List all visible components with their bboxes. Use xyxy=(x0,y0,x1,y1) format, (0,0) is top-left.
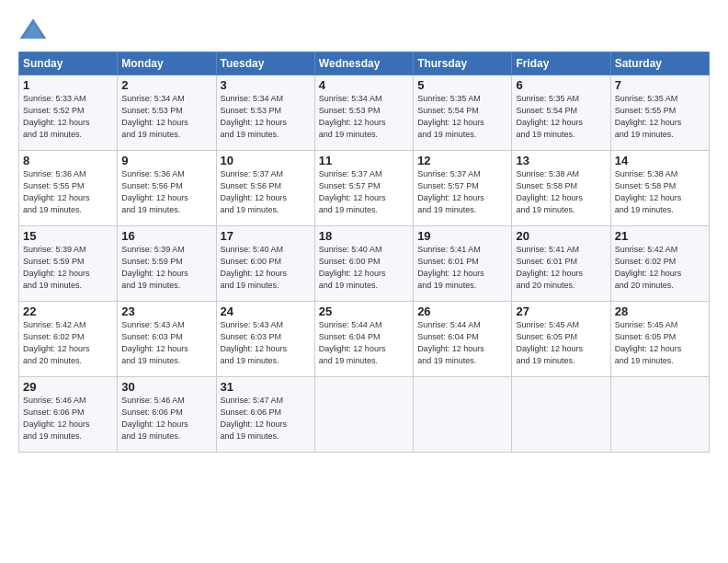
day-number: 31 xyxy=(221,380,311,394)
day-cell-24: 24Sunrise: 5:43 AMSunset: 6:03 PMDayligh… xyxy=(216,302,314,377)
day-number: 22 xyxy=(23,304,113,318)
header-row: Sunday Monday Tuesday Wednesday Thursday… xyxy=(19,52,710,75)
calendar-week-2: 8Sunrise: 5:36 AMSunset: 5:55 PMDaylight… xyxy=(19,151,710,226)
day-number: 19 xyxy=(417,229,507,243)
day-number: 28 xyxy=(615,304,705,318)
day-cell-9: 9Sunrise: 5:36 AMSunset: 5:56 PMDaylight… xyxy=(118,151,216,226)
day-cell-7: 7Sunrise: 5:35 AMSunset: 5:55 PMDaylight… xyxy=(610,75,709,151)
day-info: Sunrise: 5:41 AMSunset: 6:01 PMDaylight:… xyxy=(516,244,606,292)
day-cell-4: 4Sunrise: 5:34 AMSunset: 5:53 PMDaylight… xyxy=(314,75,413,151)
empty-cell xyxy=(314,377,413,453)
day-number: 29 xyxy=(23,380,113,394)
day-info: Sunrise: 5:34 AMSunset: 5:53 PMDaylight:… xyxy=(121,93,211,141)
day-cell-23: 23Sunrise: 5:43 AMSunset: 6:03 PMDayligh… xyxy=(118,302,216,377)
col-saturday: Saturday xyxy=(610,52,709,75)
day-info: Sunrise: 5:39 AMSunset: 5:59 PMDaylight:… xyxy=(121,244,211,292)
day-info: Sunrise: 5:43 AMSunset: 6:03 PMDaylight:… xyxy=(121,319,211,367)
day-number: 16 xyxy=(121,229,211,243)
day-number: 4 xyxy=(319,78,409,92)
day-info: Sunrise: 5:39 AMSunset: 5:59 PMDaylight:… xyxy=(23,244,113,292)
day-number: 6 xyxy=(516,78,606,92)
day-info: Sunrise: 5:42 AMSunset: 6:02 PMDaylight:… xyxy=(615,244,705,292)
col-thursday: Thursday xyxy=(414,52,512,75)
day-cell-29: 29Sunrise: 5:46 AMSunset: 6:06 PMDayligh… xyxy=(19,377,118,453)
day-number: 27 xyxy=(516,304,606,318)
day-number: 25 xyxy=(319,304,409,318)
day-info: Sunrise: 5:36 AMSunset: 5:55 PMDaylight:… xyxy=(23,168,113,216)
day-number: 12 xyxy=(417,154,507,167)
col-sunday: Sunday xyxy=(19,52,118,75)
logo-icon xyxy=(18,17,48,42)
day-cell-28: 28Sunrise: 5:45 AMSunset: 6:05 PMDayligh… xyxy=(610,302,709,377)
day-cell-20: 20Sunrise: 5:41 AMSunset: 6:01 PMDayligh… xyxy=(512,226,610,302)
day-number: 7 xyxy=(615,78,705,92)
day-info: Sunrise: 5:33 AMSunset: 5:52 PMDaylight:… xyxy=(23,93,113,141)
day-cell-15: 15Sunrise: 5:39 AMSunset: 5:59 PMDayligh… xyxy=(19,226,118,302)
col-wednesday: Wednesday xyxy=(314,52,413,75)
day-cell-22: 22Sunrise: 5:42 AMSunset: 6:02 PMDayligh… xyxy=(19,302,118,377)
logo xyxy=(18,17,51,42)
day-info: Sunrise: 5:38 AMSunset: 5:58 PMDaylight:… xyxy=(516,168,606,216)
day-number: 8 xyxy=(23,154,113,167)
day-info: Sunrise: 5:46 AMSunset: 6:06 PMDaylight:… xyxy=(23,395,113,442)
day-info: Sunrise: 5:43 AMSunset: 6:03 PMDaylight:… xyxy=(221,319,311,367)
day-cell-12: 12Sunrise: 5:37 AMSunset: 5:57 PMDayligh… xyxy=(414,151,512,226)
day-cell-1: 1Sunrise: 5:33 AMSunset: 5:52 PMDaylight… xyxy=(19,75,118,151)
day-number: 13 xyxy=(516,154,606,167)
day-info: Sunrise: 5:36 AMSunset: 5:56 PMDaylight:… xyxy=(121,168,211,216)
calendar-week-4: 22Sunrise: 5:42 AMSunset: 6:02 PMDayligh… xyxy=(19,302,710,377)
day-number: 3 xyxy=(221,78,311,92)
empty-cell xyxy=(414,377,512,453)
calendar-week-3: 15Sunrise: 5:39 AMSunset: 5:59 PMDayligh… xyxy=(19,226,710,302)
empty-cell xyxy=(610,377,709,453)
day-cell-25: 25Sunrise: 5:44 AMSunset: 6:04 PMDayligh… xyxy=(314,302,413,377)
calendar-week-5: 29Sunrise: 5:46 AMSunset: 6:06 PMDayligh… xyxy=(19,377,710,453)
day-number: 5 xyxy=(417,78,507,92)
day-info: Sunrise: 5:40 AMSunset: 6:00 PMDaylight:… xyxy=(221,244,311,292)
day-cell-13: 13Sunrise: 5:38 AMSunset: 5:58 PMDayligh… xyxy=(512,151,610,226)
day-cell-11: 11Sunrise: 5:37 AMSunset: 5:57 PMDayligh… xyxy=(314,151,413,226)
day-number: 11 xyxy=(319,154,409,167)
day-info: Sunrise: 5:45 AMSunset: 6:05 PMDaylight:… xyxy=(516,319,606,367)
day-number: 17 xyxy=(221,229,311,243)
day-info: Sunrise: 5:34 AMSunset: 5:53 PMDaylight:… xyxy=(319,93,409,141)
day-cell-16: 16Sunrise: 5:39 AMSunset: 5:59 PMDayligh… xyxy=(118,226,216,302)
day-number: 9 xyxy=(121,154,211,167)
day-cell-6: 6Sunrise: 5:35 AMSunset: 5:54 PMDaylight… xyxy=(512,75,610,151)
calendar-table: Sunday Monday Tuesday Wednesday Thursday… xyxy=(18,52,710,453)
day-info: Sunrise: 5:37 AMSunset: 5:57 PMDaylight:… xyxy=(417,168,507,216)
day-number: 21 xyxy=(615,229,705,243)
day-number: 15 xyxy=(23,229,113,243)
day-number: 14 xyxy=(615,154,705,167)
day-number: 26 xyxy=(417,304,507,318)
day-cell-31: 31Sunrise: 5:47 AMSunset: 6:06 PMDayligh… xyxy=(216,377,314,453)
day-info: Sunrise: 5:35 AMSunset: 5:54 PMDaylight:… xyxy=(417,93,507,141)
day-info: Sunrise: 5:44 AMSunset: 6:04 PMDaylight:… xyxy=(319,319,409,367)
day-info: Sunrise: 5:45 AMSunset: 6:05 PMDaylight:… xyxy=(615,319,705,367)
day-cell-18: 18Sunrise: 5:40 AMSunset: 6:00 PMDayligh… xyxy=(314,226,413,302)
day-number: 30 xyxy=(121,380,211,394)
day-info: Sunrise: 5:41 AMSunset: 6:01 PMDaylight:… xyxy=(417,244,507,292)
day-cell-8: 8Sunrise: 5:36 AMSunset: 5:55 PMDaylight… xyxy=(19,151,118,226)
day-number: 24 xyxy=(221,304,311,318)
day-info: Sunrise: 5:34 AMSunset: 5:53 PMDaylight:… xyxy=(221,93,311,141)
day-cell-19: 19Sunrise: 5:41 AMSunset: 6:01 PMDayligh… xyxy=(414,226,512,302)
day-number: 1 xyxy=(23,78,113,92)
day-number: 2 xyxy=(121,78,211,92)
day-info: Sunrise: 5:47 AMSunset: 6:06 PMDaylight:… xyxy=(221,395,311,442)
day-cell-26: 26Sunrise: 5:44 AMSunset: 6:04 PMDayligh… xyxy=(414,302,512,377)
day-cell-14: 14Sunrise: 5:38 AMSunset: 5:58 PMDayligh… xyxy=(610,151,709,226)
day-info: Sunrise: 5:37 AMSunset: 5:56 PMDaylight:… xyxy=(221,168,311,216)
col-friday: Friday xyxy=(512,52,610,75)
day-cell-5: 5Sunrise: 5:35 AMSunset: 5:54 PMDaylight… xyxy=(414,75,512,151)
day-info: Sunrise: 5:42 AMSunset: 6:02 PMDaylight:… xyxy=(23,319,113,367)
day-cell-2: 2Sunrise: 5:34 AMSunset: 5:53 PMDaylight… xyxy=(118,75,216,151)
day-cell-17: 17Sunrise: 5:40 AMSunset: 6:00 PMDayligh… xyxy=(216,226,314,302)
day-info: Sunrise: 5:35 AMSunset: 5:55 PMDaylight:… xyxy=(615,93,705,141)
day-info: Sunrise: 5:35 AMSunset: 5:54 PMDaylight:… xyxy=(516,93,606,141)
col-tuesday: Tuesday xyxy=(216,52,314,75)
day-cell-30: 30Sunrise: 5:46 AMSunset: 6:06 PMDayligh… xyxy=(118,377,216,453)
day-number: 20 xyxy=(516,229,606,243)
calendar-week-1: 1Sunrise: 5:33 AMSunset: 5:52 PMDaylight… xyxy=(19,75,710,151)
day-info: Sunrise: 5:40 AMSunset: 6:00 PMDaylight:… xyxy=(319,244,409,292)
